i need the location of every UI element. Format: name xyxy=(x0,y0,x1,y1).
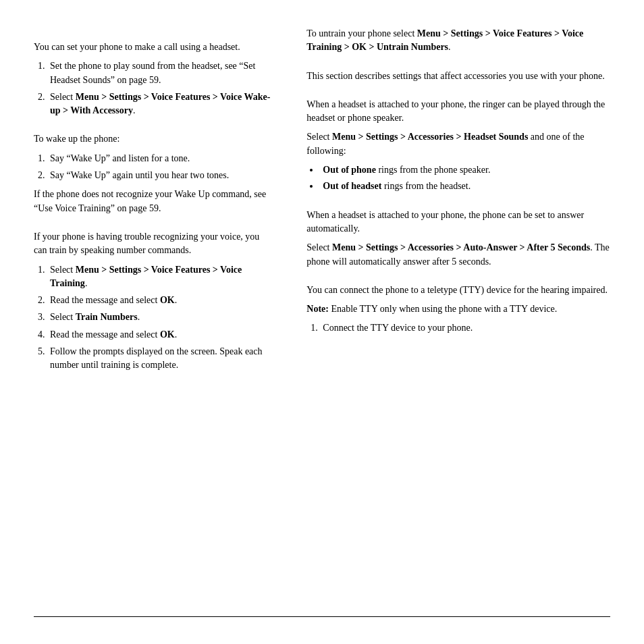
auto-answer-intro: When a headset is attached to your phone… xyxy=(306,209,610,236)
wake-up-steps: Say “Wake Up” and listen for a tone. Say… xyxy=(47,152,273,183)
untrain-section: To untrain your phone select Menu > Sett… xyxy=(306,27,610,55)
auto-answer-bold: Menu > Settings > Accessories > Auto-Ans… xyxy=(332,242,590,252)
voice-training-step-4: Read the message and select OK. xyxy=(47,328,273,342)
headset-sounds-intro: When a headset is attached to your phone… xyxy=(306,98,610,126)
tty-note-bold: Note: xyxy=(306,304,329,314)
right-column: To untrain your phone select Menu > Sett… xyxy=(293,27,610,603)
tty-note: Note: Enable TTY only when using the pho… xyxy=(306,302,610,316)
wake-up-step-2: Say “Wake Up” again until you hear two t… xyxy=(47,169,273,182)
headset-sounds-bold: Menu > Settings > Accessories > Headset … xyxy=(332,132,528,142)
headset-sounds-section: When a headset is attached to your phone… xyxy=(306,98,610,194)
headset-steps-list: Set the phone to play sound from the hea… xyxy=(47,59,273,117)
headset-sounds-item-1: Out of phone rings from the phone speake… xyxy=(320,163,610,177)
accessories-intro-section: This section describes settings that aff… xyxy=(306,70,610,83)
wake-up-step-1: Say “Wake Up” and listen for a tone. xyxy=(47,152,273,165)
wake-up-section: To wake up the phone: Say “Wake Up” and … xyxy=(34,132,273,215)
voice-training-step-2-bold: OK xyxy=(160,295,175,305)
headset-sounds-select: Select Menu > Settings > Accessories > H… xyxy=(306,130,610,158)
bottom-divider xyxy=(34,616,610,617)
voice-training-step-4-bold: OK xyxy=(160,329,175,340)
voice-training-section: If your phone is having trouble recogniz… xyxy=(34,230,273,373)
accessories-intro-text: This section describes settings that aff… xyxy=(306,70,610,83)
tty-step-1: Connect the TTY device to your phone. xyxy=(320,321,610,335)
tty-intro: You can connect the phone to a teletype … xyxy=(306,284,610,297)
wake-up-note: If the phone does not recognize your Wak… xyxy=(34,188,273,215)
two-column-layout: You can set your phone to make a call us… xyxy=(34,27,610,603)
voice-training-step-2: Read the message and select OK. xyxy=(47,294,273,307)
untrain-bold: Menu > Settings > Voice Features > Voice… xyxy=(306,28,583,52)
voice-training-step-1-bold: Menu > Settings > Voice Features > Voice… xyxy=(50,265,242,288)
untrain-text: To untrain your phone select Menu > Sett… xyxy=(306,27,610,55)
out-of-headset-bold: Out of headset xyxy=(323,181,381,191)
auto-answer-select: Select Menu > Settings > Accessories > A… xyxy=(306,241,610,269)
headset-step-2-bold: Menu > Settings > Voice Features > Voice… xyxy=(50,92,270,115)
headset-intro-text: You can set your phone to make a call us… xyxy=(34,41,273,54)
headset-sounds-list: Out of phone rings from the phone speake… xyxy=(320,163,610,194)
voice-training-step-5: Follow the prompts displayed on the scre… xyxy=(47,345,273,373)
auto-answer-section: When a headset is attached to your phone… xyxy=(306,209,610,269)
page-container: You can set your phone to make a call us… xyxy=(0,0,644,644)
left-column: You can set your phone to make a call us… xyxy=(34,27,293,603)
wake-up-intro: To wake up the phone: xyxy=(34,132,273,146)
headset-call-section: You can set your phone to make a call us… xyxy=(34,41,273,117)
tty-steps: Connect the TTY device to your phone. xyxy=(320,321,610,335)
voice-training-intro: If your phone is having trouble recogniz… xyxy=(34,230,273,258)
headset-step-2: Select Menu > Settings > Voice Features … xyxy=(47,90,273,118)
headset-sounds-item-2: Out of headset rings from the headset. xyxy=(320,180,610,193)
tty-section: You can connect the phone to a teletype … xyxy=(306,284,610,336)
out-of-phone-bold: Out of phone xyxy=(323,165,376,175)
voice-training-step-3: Select Train Numbers. xyxy=(47,311,273,324)
voice-training-step-3-bold: Train Numbers xyxy=(76,312,138,322)
voice-training-step-1: Select Menu > Settings > Voice Features … xyxy=(47,263,273,291)
voice-training-steps: Select Menu > Settings > Voice Features … xyxy=(47,263,273,373)
headset-step-1: Set the phone to play sound from the hea… xyxy=(47,59,273,87)
